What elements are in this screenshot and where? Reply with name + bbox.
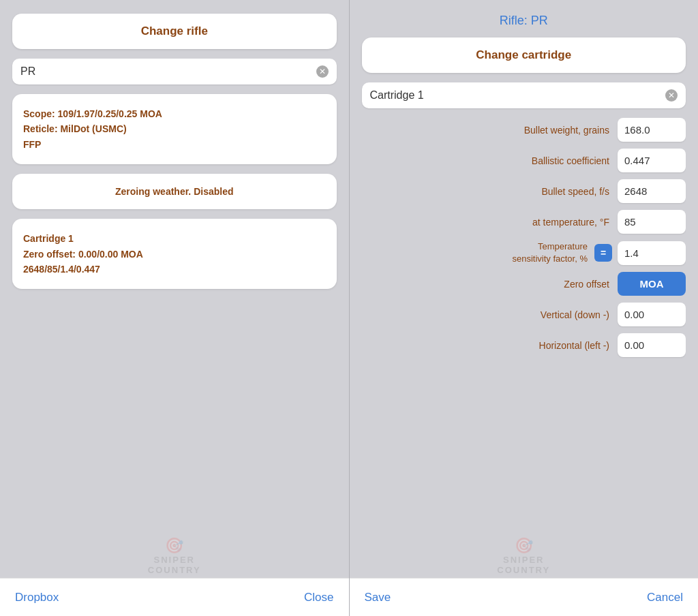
cartridge-name-input[interactable]	[370, 89, 666, 102]
bullet-speed-label: Bullet speed, f/s	[362, 186, 618, 197]
change-rifle-button[interactable]: Change rifle	[12, 14, 337, 49]
left-panel: Change rifle ✕ Scope: 109/1.97/0.25/0.25…	[0, 0, 350, 616]
cartridge-info-card[interactable]: Cartridge 1 Zero offset: 0.00/0.00 MOA 2…	[12, 219, 337, 289]
horizontal-label: Horizontal (left -)	[362, 340, 618, 351]
horizontal-input[interactable]	[618, 333, 686, 357]
at-temp-input[interactable]	[618, 210, 686, 234]
ballistic-coeff-row: Ballistic coefficient	[362, 149, 686, 172]
scope-info-text: Scope: 109/1.97/0.25/0.25 MOA Reticle: M…	[23, 106, 326, 152]
ballistic-coeff-input[interactable]	[618, 149, 686, 172]
temp-sensitivity-label-line2: sensitivity factor, %	[512, 253, 588, 264]
horizontal-row: Horizontal (left -)	[362, 333, 686, 357]
temp-sensitivity-label-line1: Temperature	[538, 241, 588, 251]
watermark-text-left: SNIPERCOUNTRY	[148, 555, 201, 575]
temp-sensitivity-row: Temperature sensitivity factor, % =	[362, 241, 686, 265]
bullet-speed-input[interactable]	[618, 179, 686, 203]
vertical-label: Vertical (down -)	[362, 309, 618, 320]
temp-sensitivity-label: Temperature sensitivity factor, %	[362, 241, 595, 265]
cancel-button[interactable]: Cancel	[647, 591, 683, 604]
change-cartridge-button[interactable]: Change cartridge	[362, 37, 686, 73]
dropbox-button[interactable]: Dropbox	[15, 591, 59, 604]
ballistic-coeff-label: Ballistic coefficient	[362, 155, 618, 166]
bullet-weight-input[interactable]	[618, 118, 686, 142]
zeroing-card[interactable]: Zeroing weather. Disabled	[12, 174, 337, 209]
rifle-search-clear-button[interactable]: ✕	[316, 65, 329, 78]
zero-offset-label: Zero offset	[362, 279, 618, 290]
zero-offset-row: Zero offset MOA	[362, 272, 686, 296]
zeroing-label: Zeroing weather. Disabled	[23, 186, 326, 197]
bullet-weight-row: Bullet weight, grains	[362, 118, 686, 142]
save-button[interactable]: Save	[365, 591, 391, 604]
rifle-search-container: ✕	[12, 59, 337, 84]
right-bottom-bar: Save Cancel	[350, 578, 699, 616]
cartridge-info-text: Cartridge 1 Zero offset: 0.00/0.00 MOA 2…	[23, 231, 326, 277]
at-temp-label: at temperature, °F	[362, 217, 618, 228]
at-temp-row: at temperature, °F	[362, 210, 686, 234]
bullet-speed-row: Bullet speed, f/s	[362, 179, 686, 203]
right-panel-title: Rifle: PR	[362, 14, 686, 28]
vertical-row: Vertical (down -)	[362, 303, 686, 326]
close-button[interactable]: Close	[304, 591, 333, 604]
rifle-search-input[interactable]	[20, 65, 316, 78]
watermark-left: 🎯 SNIPERCOUNTRY	[148, 537, 201, 575]
scope-info-card[interactable]: Scope: 109/1.97/0.25/0.25 MOA Reticle: M…	[12, 94, 337, 164]
left-bottom-bar: Dropbox Close	[0, 578, 349, 616]
form-rows: Bullet weight, grains Ballistic coeffici…	[362, 118, 686, 616]
vertical-input[interactable]	[618, 303, 686, 326]
watermark-icon-left: 🎯	[148, 537, 201, 555]
cartridge-name-clear-button[interactable]: ✕	[665, 89, 678, 102]
temp-sensitivity-input[interactable]	[618, 241, 686, 265]
cartridge-name-container: ✕	[362, 82, 686, 108]
right-panel: Rifle: PR Change cartridge ✕ Bullet weig…	[350, 0, 699, 616]
equals-button[interactable]: =	[594, 244, 612, 262]
bullet-weight-label: Bullet weight, grains	[362, 125, 618, 136]
moa-button[interactable]: MOA	[618, 272, 686, 296]
